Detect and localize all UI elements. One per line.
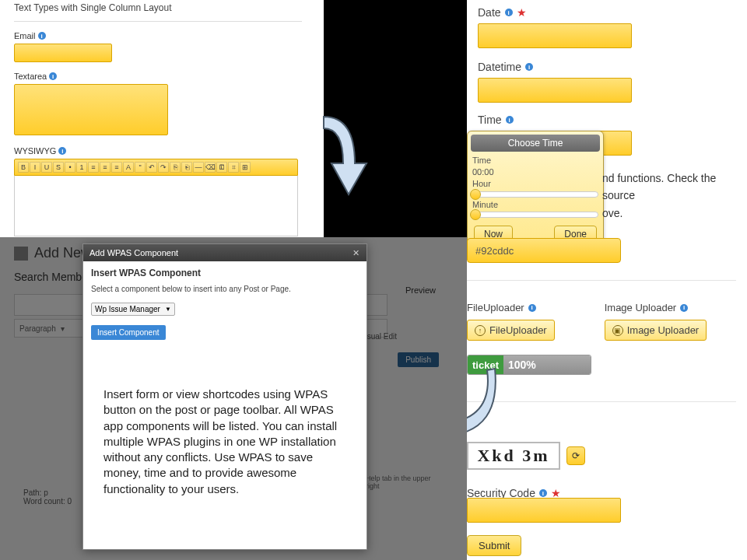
preview-button[interactable]: Preview (405, 285, 436, 295)
publish-button[interactable]: Publish (398, 352, 439, 367)
wysiwyg-tool-button[interactable]: I (30, 162, 40, 173)
help-hint: Help tab in the upper right (366, 474, 436, 490)
tp-time-label: Time (472, 155, 598, 166)
image-icon: ▣ (612, 325, 623, 336)
divider (467, 401, 736, 402)
security-code-input[interactable] (467, 498, 621, 523)
editor-path: Path: p (23, 488, 72, 497)
chevron-down-icon: ▼ (165, 306, 171, 313)
wysiwyg-toolbar: BIUS•1≡≡≡A"↶↷⎘⎗—⌫🗓⌗⊞ (14, 159, 298, 176)
info-icon[interactable]: i (680, 304, 688, 312)
pin-icon (14, 247, 28, 261)
wysiwyg-tool-button[interactable]: " (135, 162, 146, 173)
wysiwyg-tool-button[interactable]: ≡ (88, 162, 99, 173)
refresh-captcha-button[interactable]: ⟳ (566, 446, 585, 465)
wysiwyg-tool-button[interactable]: B (18, 162, 29, 173)
fileuploader-button[interactable]: ↑FileUploader (467, 320, 555, 341)
form-right-panel: Datei★ Datetimei Timei Choose Time Time … (467, 0, 747, 560)
wysiwyg-tool-button[interactable]: ≡ (111, 162, 122, 173)
divider-panel (324, 0, 467, 237)
slider-knob-icon[interactable] (470, 189, 481, 200)
wysiwyg-tool-button[interactable]: ↶ (146, 162, 157, 173)
imageuploader-label: Image Uploader (605, 302, 677, 313)
form-text-types-panel: Text Types with Single Column Layout Ema… (0, 0, 324, 237)
email-label: Email (14, 31, 36, 40)
close-icon[interactable]: ✕ (351, 248, 360, 257)
info-icon[interactable]: i (58, 147, 66, 155)
upload-icon: ↑ (475, 325, 486, 336)
dialog-subtitle: Insert WPAS Component (91, 268, 359, 278)
tp-time-value: 00:00 (472, 166, 598, 178)
wysiwyg-tool-button[interactable]: ⌫ (205, 162, 216, 173)
wysiwyg-tool-button[interactable]: A (123, 162, 134, 173)
dialog-title: Add WPAS Component (89, 248, 178, 257)
time-picker-popup: Choose Time Time 00:00 Hour Minute Now D… (467, 131, 604, 250)
dialog-prompt: Select a component below to insert into … (91, 285, 359, 293)
wysiwyg-tool-button[interactable]: ⎗ (181, 162, 192, 173)
wysiwyg-editor[interactable] (14, 176, 298, 236)
wysiwyg-tool-button[interactable]: ⌗ (228, 162, 239, 173)
wysiwyg-tool-button[interactable]: ≡ (100, 162, 110, 173)
date-label: Date (478, 6, 501, 19)
fileuploader-label: FileUploader (467, 302, 524, 313)
dialog-description: Insert form or view shortcodes using WPA… (91, 387, 359, 497)
wysiwyg-tool-button[interactable]: U (41, 162, 52, 173)
admin-editor-panel: Add New Search Membe Paragraph▾ Preview … (0, 237, 467, 560)
info-icon[interactable]: i (38, 32, 46, 40)
tp-hour-label: Hour (472, 178, 598, 190)
wysiwyg-tool-button[interactable]: S (53, 162, 64, 173)
divider (467, 280, 736, 281)
info-icon[interactable]: i (525, 63, 533, 71)
component-select[interactable]: Wp Issue Manager▼ (91, 303, 175, 316)
info-icon[interactable]: i (506, 116, 514, 124)
textarea-label: Textarea (14, 72, 47, 81)
wysiwyg-label: WYSIWYG (14, 146, 56, 156)
hour-slider[interactable] (472, 191, 598, 198)
wysiwyg-tool-button[interactable]: ↷ (158, 162, 169, 173)
textarea-input[interactable] (14, 84, 168, 135)
datetime-input[interactable] (478, 78, 632, 103)
wysiwyg-tool-button[interactable]: 🗓 (216, 162, 227, 173)
submit-button[interactable]: Submit (467, 535, 521, 556)
slider-knob-icon[interactable] (470, 209, 481, 220)
wysiwyg-tool-button[interactable]: 1 (76, 162, 87, 173)
time-label: Time (478, 114, 502, 126)
wysiwyg-tool-button[interactable]: — (193, 162, 204, 173)
required-icon: ★ (517, 6, 527, 19)
refresh-icon: ⟳ (572, 450, 580, 461)
clipped-text: nd functions. Check the sourceove. (602, 170, 747, 222)
color-swatch[interactable]: #92cddc (467, 238, 621, 263)
wysiwyg-tool-button[interactable]: ⎘ (170, 162, 181, 173)
insert-component-button[interactable]: Insert Component (91, 325, 166, 340)
imageuploader-button[interactable]: ▣Image Uploader (605, 320, 707, 341)
info-icon[interactable]: i (505, 9, 513, 16)
arrow-left-icon (467, 362, 500, 457)
minute-slider[interactable] (472, 212, 598, 218)
word-count: Word count: 0 (23, 497, 72, 506)
time-picker-header: Choose Time (471, 135, 600, 152)
email-input[interactable] (14, 44, 112, 62)
datetime-label: Datetime (478, 61, 521, 73)
date-input[interactable] (478, 23, 632, 48)
tp-minute-label: Minute (472, 199, 598, 211)
arrow-down-icon (308, 109, 386, 202)
info-icon[interactable]: i (49, 72, 57, 80)
wysiwyg-tool-button[interactable]: ⊞ (240, 162, 251, 173)
format-select[interactable]: Paragraph (19, 324, 56, 333)
wpas-component-dialog: Add WPAS Component ✕ Insert WPAS Compone… (82, 243, 367, 550)
info-icon[interactable]: i (528, 304, 536, 312)
info-icon[interactable]: i (539, 489, 547, 497)
panel-title: Text Types with Single Column Layout (14, 0, 302, 22)
progress-percent: 100% (503, 355, 591, 374)
wysiwyg-tool-button[interactable]: • (65, 162, 75, 173)
